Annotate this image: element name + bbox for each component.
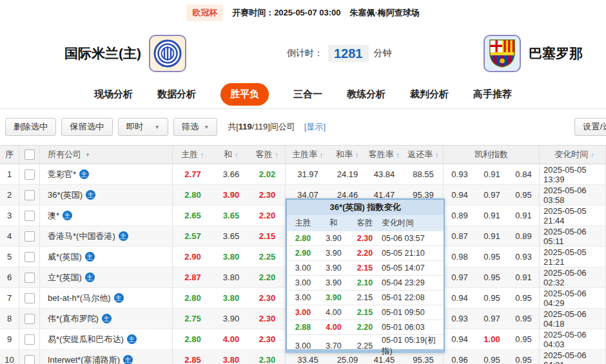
header-change-time[interactable]: 变化时间↑ bbox=[540, 146, 606, 164]
sort-asc-icon: ↑ bbox=[435, 150, 439, 160]
odds-draw[interactable]: 3.80 bbox=[213, 350, 249, 364]
change-time: 2025-05-05 21:44 bbox=[540, 206, 606, 225]
kelly-value: 0.93 bbox=[444, 309, 476, 329]
odds-draw[interactable]: 3.80 bbox=[213, 247, 249, 267]
kelly-value: 0.91 bbox=[508, 206, 540, 225]
odds-home[interactable]: 2.57 bbox=[173, 226, 213, 246]
odds-draw[interactable]: 3.66 bbox=[213, 164, 249, 184]
row-checkbox[interactable] bbox=[24, 355, 35, 364]
company-cell[interactable]: 威*(英国)主 bbox=[40, 247, 173, 267]
filter-dropdown[interactable]: 筛选▼ bbox=[173, 118, 218, 136]
header-away-odds[interactable]: 客胜↑ bbox=[249, 146, 286, 164]
company-name: Interwet*(塞浦路斯) bbox=[48, 354, 120, 364]
header-draw-rate[interactable]: 和率↑ bbox=[330, 146, 365, 164]
tab-referee[interactable]: 裁判分析 bbox=[410, 88, 449, 101]
kelly-value: 0.93 bbox=[444, 164, 476, 184]
header-label: 客胜 bbox=[256, 149, 273, 160]
row-checkbox-cell bbox=[19, 267, 40, 287]
company-cell[interactable]: 澳*主 bbox=[40, 206, 173, 225]
popup-row: 2.884.002.2005-01 06:03 bbox=[287, 320, 444, 335]
odds-away[interactable]: 2.30 bbox=[249, 329, 286, 349]
tab-data[interactable]: 数据分析 bbox=[157, 88, 196, 101]
popup-odds-home: 2.80 bbox=[287, 231, 319, 245]
company-cell[interactable]: 香港马*(中国香港)主 bbox=[40, 226, 173, 246]
row-checkbox-cell bbox=[19, 247, 40, 267]
header-company[interactable]: 所有公司▼ bbox=[40, 146, 173, 164]
change-time: 2025-05-06 04:29 bbox=[540, 288, 606, 308]
company-cell[interactable]: 易*(安提瓜和巴布达)主 bbox=[40, 329, 173, 349]
company-cell[interactable]: Interwet*(塞浦路斯)主 bbox=[40, 350, 173, 364]
row-checkbox[interactable] bbox=[24, 293, 35, 303]
odds-away[interactable]: 2.30 bbox=[249, 309, 286, 329]
change-time: 2025-05-05 13:39 bbox=[540, 164, 606, 184]
odds-home[interactable]: 2.75 bbox=[173, 309, 213, 329]
odds-home[interactable]: 2.80 bbox=[173, 329, 213, 349]
header-return-rate[interactable]: 返还率↑ bbox=[404, 146, 444, 164]
keep-selected-button[interactable]: 保留选中 bbox=[61, 118, 112, 136]
row-checkbox[interactable] bbox=[24, 273, 35, 283]
change-time: 2025-05-06 04:21 bbox=[540, 350, 606, 364]
odds-away[interactable]: 2.02 bbox=[249, 164, 286, 184]
popup-odds-home: 3.00 bbox=[287, 276, 319, 290]
countdown-label: 倒计时： bbox=[287, 48, 323, 59]
tab-live[interactable]: 现场分析 bbox=[94, 88, 133, 101]
odds-home[interactable]: 2.77 bbox=[173, 164, 213, 184]
odds-home[interactable]: 2.90 bbox=[173, 247, 213, 267]
tab-three-in-one[interactable]: 三合一 bbox=[293, 88, 322, 101]
odds-away[interactable]: 2.30 bbox=[249, 288, 286, 308]
odds-home[interactable]: 2.65 bbox=[173, 206, 213, 225]
company-cell[interactable]: 立*(英国)主 bbox=[40, 267, 173, 287]
odds-draw[interactable]: 3.80 bbox=[213, 267, 249, 287]
row-seq: 7 bbox=[0, 288, 19, 308]
tab-expert[interactable]: 高手推荐 bbox=[473, 88, 512, 101]
delete-selected-button[interactable]: 删除选中 bbox=[5, 118, 56, 136]
company-cell[interactable]: 竞彩官*主 bbox=[40, 164, 173, 184]
instant-dropdown[interactable]: 即时▼ bbox=[118, 118, 168, 136]
header-draw-odds[interactable]: 和↑ bbox=[213, 146, 249, 164]
odds-home[interactable]: 2.87 bbox=[173, 267, 213, 287]
tab-coach[interactable]: 教练分析 bbox=[347, 88, 386, 101]
odds-draw[interactable]: 3.90 bbox=[213, 185, 249, 205]
row-checkbox[interactable] bbox=[24, 334, 35, 345]
odds-away[interactable]: 2.25 bbox=[249, 247, 286, 267]
popup-odds-away: 2.15 bbox=[348, 261, 382, 275]
home-badge-icon: 主 bbox=[102, 314, 112, 323]
row-checkbox[interactable] bbox=[24, 190, 35, 200]
header-away-rate[interactable]: 客胜率↑ bbox=[365, 146, 404, 164]
odds-away[interactable]: 2.30 bbox=[249, 185, 286, 205]
company-cell[interactable]: 伟*(直布罗陀)主 bbox=[40, 309, 173, 329]
odds-away[interactable]: 2.30 bbox=[249, 350, 286, 364]
kelly-value: 0.97 bbox=[476, 185, 508, 205]
row-checkbox[interactable] bbox=[24, 252, 35, 262]
popup-change-time: 05-06 03:57 bbox=[382, 231, 444, 245]
company-cell[interactable]: bet-at-h*(马尔他)主 bbox=[40, 288, 173, 308]
row-checkbox[interactable] bbox=[24, 314, 35, 324]
odds-home[interactable]: 2.85 bbox=[173, 350, 213, 364]
odds-draw[interactable]: 3.90 bbox=[213, 309, 249, 329]
odds-draw[interactable]: 3.65 bbox=[213, 206, 249, 225]
header-home-rate[interactable]: 主胜率↑ bbox=[286, 146, 330, 164]
odds-home[interactable]: 2.80 bbox=[173, 185, 213, 205]
show-link[interactable]: [显示] bbox=[304, 121, 326, 133]
kelly-value: 0.89 bbox=[444, 206, 476, 225]
row-checkbox[interactable] bbox=[24, 211, 35, 221]
odds-away[interactable]: 2.20 bbox=[249, 206, 286, 225]
company-name: 澳* bbox=[48, 210, 59, 222]
row-checkbox[interactable] bbox=[24, 231, 35, 242]
caret-down-icon: ▼ bbox=[204, 124, 209, 130]
home-badge-icon: 主 bbox=[123, 355, 133, 364]
popup-row: 2.803.902.3005-06 03:57 bbox=[287, 231, 444, 246]
company-cell[interactable]: 36*(英国)主 bbox=[40, 185, 173, 205]
select-all-checkbox[interactable] bbox=[24, 149, 35, 160]
away-team-logo bbox=[484, 35, 521, 72]
odds-draw[interactable]: 3.65 bbox=[213, 226, 249, 246]
odds-home[interactable]: 2.80 bbox=[173, 288, 213, 308]
settings-button[interactable]: 设置/选择 bbox=[574, 118, 606, 136]
odds-away[interactable]: 2.20 bbox=[249, 267, 286, 287]
header-home-odds[interactable]: 主胜↑ bbox=[173, 146, 213, 164]
odds-away[interactable]: 2.15 bbox=[249, 226, 286, 246]
row-checkbox[interactable] bbox=[24, 169, 35, 180]
odds-draw[interactable]: 4.00 bbox=[213, 329, 249, 349]
tab-wdl[interactable]: 胜平负 bbox=[220, 83, 269, 106]
odds-draw[interactable]: 3.80 bbox=[213, 288, 249, 308]
